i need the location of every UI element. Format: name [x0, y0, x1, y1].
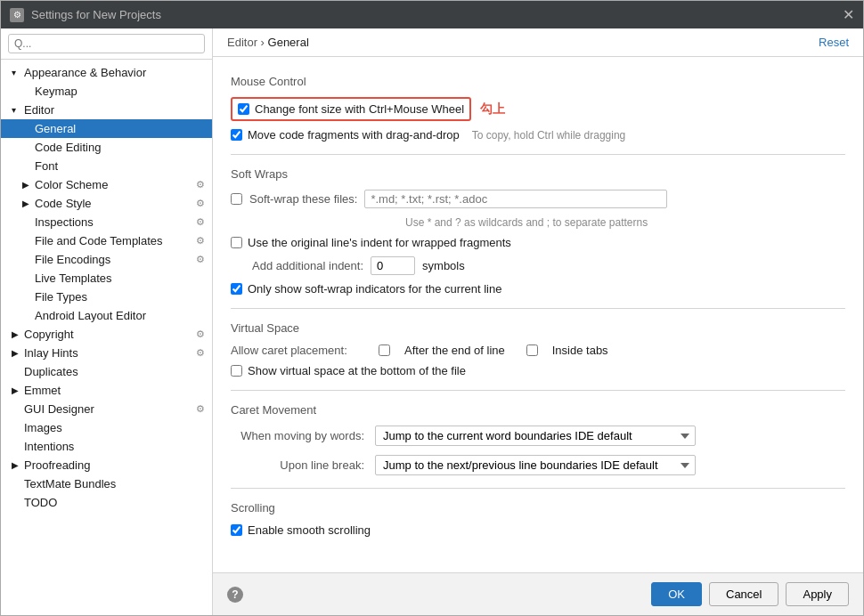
title-bar: ⚙ Settings for New Projects ✕	[1, 1, 863, 28]
breadcrumb-separator: ›	[261, 36, 268, 49]
sidebar-item-code-editing[interactable]: Code Editing	[1, 138, 212, 157]
show-virtual-space-row: Show virtual space at the bottom of the …	[231, 364, 845, 377]
change-font-size-row: Change font size with Ctrl+Mouse Wheel	[231, 97, 471, 121]
sidebar-item-code-style[interactable]: ▶ Code Style ⚙	[1, 194, 212, 213]
settings-icon: ⚙	[196, 179, 205, 190]
apply-button[interactable]: Apply	[786, 582, 849, 606]
original-indent-checkbox[interactable]	[231, 237, 242, 248]
line-break-select[interactable]: Jump to the next/previous line boundarie…	[375, 455, 696, 475]
settings-window: ⚙ Settings for New Projects ✕ ▾ Appearan…	[0, 0, 864, 616]
sidebar-item-intentions[interactable]: Intentions	[1, 437, 212, 456]
sidebar-item-todo[interactable]: TODO	[1, 493, 212, 512]
symbols-label: symbols	[422, 259, 465, 272]
expand-arrow: ▾	[12, 105, 20, 115]
sidebar-item-inspections[interactable]: Inspections ⚙	[1, 213, 212, 231]
sidebar-item-inlay-hints[interactable]: ▶ Inlay Hints ⚙	[1, 344, 212, 362]
sidebar-item-proofreading[interactable]: ▶ Proofreading	[1, 456, 212, 474]
expand-arrow: ▶	[22, 180, 31, 190]
panel-header: Editor › General Reset	[213, 28, 863, 57]
sidebar-item-copyright[interactable]: ▶ Copyright ⚙	[1, 325, 212, 344]
sidebar-item-label: Code Editing	[35, 141, 101, 154]
smooth-scrolling-checkbox[interactable]	[231, 524, 242, 536]
soft-wraps-section: Soft Wraps	[231, 167, 845, 181]
sidebar-item-android-layout[interactable]: Android Layout Editor	[1, 306, 212, 325]
allow-caret-label: Allow caret placement:	[231, 344, 364, 357]
ok-button[interactable]: OK	[651, 582, 702, 606]
scrolling-section: Scrolling	[231, 501, 845, 515]
sidebar-item-emmet[interactable]: ▶ Emmet	[1, 381, 212, 400]
sidebar-item-label: GUI Designer	[24, 402, 94, 416]
inside-tabs-checkbox[interactable]	[526, 344, 538, 356]
expand-arrow: ▶	[12, 329, 20, 339]
sidebar-item-gui-designer[interactable]: GUI Designer ⚙	[1, 400, 212, 418]
change-font-size-label: Change font size with Ctrl+Mouse Wheel	[255, 102, 464, 116]
sidebar-item-file-types[interactable]: File Types	[1, 288, 212, 306]
settings-icon: ⚙	[196, 216, 205, 228]
settings-icon: ⚙	[196, 328, 205, 340]
soft-wrap-input[interactable]	[364, 190, 667, 208]
sidebar-item-label: Live Templates	[35, 272, 111, 285]
original-indent-label: Use the original line's indent for wrapp…	[248, 236, 511, 249]
original-indent-row: Use the original line's indent for wrapp…	[231, 236, 845, 249]
show-virtual-space-label: Show virtual space at the bottom of the …	[248, 364, 466, 377]
reset-link[interactable]: Reset	[819, 36, 849, 49]
mouse-control-section: Mouse Control	[231, 75, 845, 88]
after-end-label: After the end of line	[404, 344, 505, 357]
search-input[interactable]	[8, 34, 205, 53]
close-button[interactable]: ✕	[843, 6, 854, 23]
app-icon: ⚙	[10, 8, 24, 22]
sidebar-item-general[interactable]: General	[1, 119, 212, 138]
sidebar-item-editor[interactable]: ▾ Editor	[1, 101, 212, 119]
show-virtual-space-checkbox[interactable]	[231, 365, 242, 377]
sidebar-item-images[interactable]: Images	[1, 418, 212, 437]
sidebar-item-label: Inlay Hints	[24, 346, 78, 360]
move-code-checkbox[interactable]	[231, 129, 242, 141]
soft-wrap-label: Soft-wrap these files:	[249, 192, 357, 206]
search-box	[1, 28, 212, 60]
sidebar-item-live-templates[interactable]: Live Templates	[1, 269, 212, 288]
sidebar-item-label: Keymap	[35, 85, 77, 98]
sidebar-item-label: File Encodings	[35, 253, 110, 266]
annotation: 勾上	[480, 101, 505, 118]
additional-indent-row: Add additional indent: symbols	[252, 256, 845, 275]
soft-wrap-checkbox[interactable]	[231, 193, 242, 205]
right-panel: Editor › General Reset Mouse Control Cha…	[213, 28, 863, 615]
sidebar-item-textmate[interactable]: TextMate Bundles	[1, 474, 212, 493]
sidebar-item-color-scheme[interactable]: ▶ Color Scheme ⚙	[1, 175, 212, 194]
virtual-space-section: Virtual Space	[231, 321, 845, 335]
cancel-button[interactable]: Cancel	[709, 582, 778, 606]
move-code-hint: To copy, hold Ctrl while dragging	[472, 129, 626, 142]
change-font-size-checkbox[interactable]	[238, 103, 249, 115]
sidebar-item-label: Images	[24, 421, 62, 434]
additional-indent-input[interactable]	[371, 256, 415, 275]
after-end-checkbox[interactable]	[379, 344, 390, 356]
sidebar-item-appearance[interactable]: ▾ Appearance & Behavior	[1, 63, 212, 82]
expand-arrow: ▶	[12, 348, 20, 358]
line-break-row: Upon line break: Jump to the next/previo…	[231, 455, 845, 475]
settings-icon: ⚙	[196, 347, 205, 359]
moving-by-words-select[interactable]: Jump to the current word boundaries IDE …	[375, 426, 696, 446]
sidebar-item-file-code-templates[interactable]: File and Code Templates ⚙	[1, 231, 212, 250]
sidebar-item-keymap[interactable]: Keymap	[1, 82, 212, 101]
breadcrumb: Editor › General	[227, 36, 309, 49]
help-button[interactable]: ?	[227, 587, 243, 603]
line-break-label: Upon line break:	[231, 458, 364, 472]
moving-by-words-row: When moving by words: Jump to the curren…	[231, 426, 845, 446]
expand-arrow: ▶	[12, 460, 20, 470]
sidebar-item-duplicates[interactable]: Duplicates	[1, 362, 212, 381]
sidebar-item-label: Editor	[24, 103, 54, 117]
soft-wrap-indicators-row: Only show soft-wrap indicators for the c…	[231, 282, 845, 296]
sidebar-item-label: Emmet	[24, 384, 61, 397]
bottom-bar: ? OK Cancel Apply	[213, 572, 863, 615]
sidebar-item-label: Inspections	[35, 215, 94, 229]
window-title: Settings for New Projects	[31, 8, 161, 21]
move-code-label: Move code fragments with drag-and-drop	[248, 128, 460, 142]
sidebar-item-font[interactable]: Font	[1, 157, 212, 175]
soft-wrap-indicators-checkbox[interactable]	[231, 283, 242, 295]
settings-icon: ⚙	[196, 403, 205, 415]
sidebar-item-label: Appearance & Behavior	[24, 66, 146, 79]
sidebar-item-file-encodings[interactable]: File Encodings ⚙	[1, 250, 212, 269]
breadcrumb-current: General	[268, 36, 309, 49]
inside-tabs-label: Inside tabs	[552, 344, 608, 357]
main-content: ▾ Appearance & Behavior Keymap ▾ Editor …	[1, 28, 863, 615]
